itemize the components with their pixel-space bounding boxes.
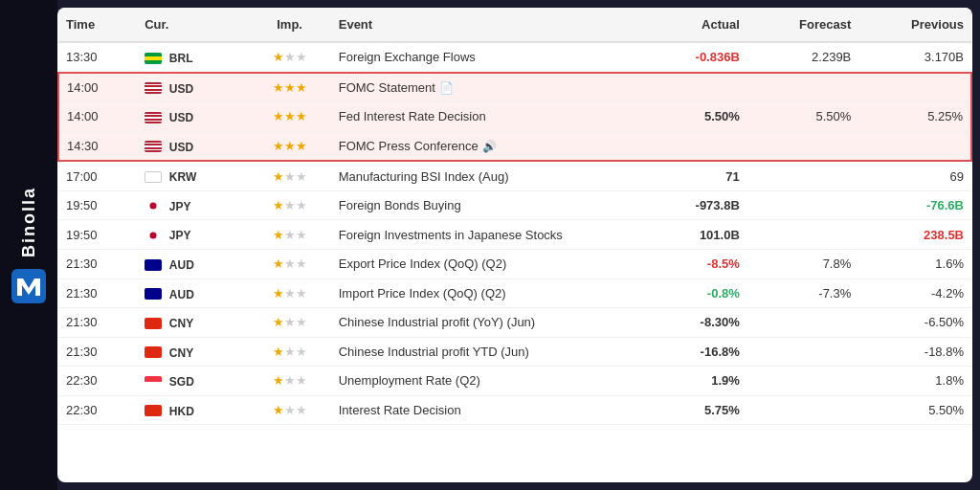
star-empty: ★: [284, 345, 296, 359]
cell-time: 21:30: [58, 308, 137, 338]
cell-actual: [649, 131, 747, 161]
cell-actual: 5.50%: [649, 102, 747, 132]
star-empty: ★: [284, 169, 296, 184]
cell-forecast: [747, 395, 858, 425]
cell-impact: ★★★: [248, 131, 330, 161]
col-header-currency: Cur.: [137, 8, 248, 42]
flag-us: [145, 82, 162, 94]
star-filled: ★: [284, 80, 296, 95]
cell-actual: 1.9%: [649, 367, 747, 396]
cell-forecast: [747, 73, 858, 102]
flag-kr: [145, 171, 162, 183]
star-empty: ★: [296, 169, 307, 184]
cell-previous: -6.50%: [858, 308, 971, 338]
star-filled: ★: [273, 286, 284, 301]
cell-actual: -16.8%: [649, 337, 747, 367]
table-row: 19:50 JPY ★★★ Foreign Investments in Jap…: [58, 220, 971, 250]
flag-cn: [145, 318, 162, 329]
flag-us: [145, 112, 162, 123]
table-row: 22:30 SGD ★★★ Unemployment Rate (Q2) 1.9…: [58, 367, 971, 396]
star-filled: ★: [284, 139, 296, 153]
cell-forecast: 7.8%: [747, 249, 858, 278]
table-row: 22:30 HKD ★★★ Interest Rate Decision 5.7…: [58, 395, 971, 425]
cell-impact: ★★★: [248, 367, 330, 396]
star-empty: ★: [296, 198, 307, 212]
cell-currency: CNY: [137, 308, 248, 338]
cell-previous: 5.50%: [858, 395, 971, 425]
economic-calendar-table: Time Cur. Imp. Event Actual Forecast Pre…: [57, 8, 972, 425]
cell-event: FOMC Statement📄: [331, 73, 649, 102]
star-filled: ★: [273, 139, 284, 153]
table-row: 14:00 USD ★★★ Fed Interest Rate Decision…: [58, 102, 971, 132]
cell-currency: BRL: [137, 42, 248, 73]
cell-impact: ★★★: [248, 220, 330, 250]
cell-event: Unemployment Rate (Q2): [331, 367, 649, 396]
currency-label: AUD: [169, 258, 194, 272]
svg-rect-0: [11, 269, 46, 303]
table-row: 14:00 USD ★★★ FOMC Statement📄: [58, 73, 971, 102]
cell-impact: ★★★: [248, 395, 330, 425]
cell-impact: ★★★: [248, 73, 330, 102]
star-filled: ★: [273, 169, 284, 184]
cell-event: Import Price Index (QoQ) (Q2): [331, 278, 649, 308]
cell-previous: 238.5B: [858, 220, 971, 250]
cell-currency: USD: [137, 131, 248, 161]
flag-jp: [145, 230, 162, 241]
star-empty: ★: [284, 256, 296, 271]
cell-actual: -0.8%: [649, 278, 747, 308]
cell-event: Chinese Industrial profit (YoY) (Jun): [331, 308, 649, 338]
table-row: 13:30 BRL ★★★ Foreign Exchange Flows -0.…: [58, 42, 971, 73]
cell-previous: -76.6B: [858, 190, 971, 220]
star-empty: ★: [296, 373, 307, 388]
cell-forecast: 5.50%: [747, 102, 858, 132]
star-empty: ★: [296, 403, 307, 417]
cell-previous: -18.8%: [858, 337, 971, 367]
flag-us: [145, 141, 162, 152]
table-row: 21:30 AUD ★★★ Export Price Index (QoQ) (…: [58, 249, 971, 278]
star-filled: ★: [296, 109, 307, 123]
table-row: 21:30 CNY ★★★ Chinese Industrial profit …: [58, 337, 971, 367]
cell-actual: -8.5%: [649, 249, 747, 278]
cell-forecast: [747, 220, 858, 250]
cell-impact: ★★★: [248, 278, 330, 308]
cell-time: 22:30: [58, 367, 137, 396]
star-filled: ★: [273, 228, 284, 242]
cell-forecast: 2.239B: [747, 42, 858, 73]
cell-event: Export Price Index (QoQ) (Q2): [331, 249, 649, 278]
star-empty: ★: [284, 403, 296, 417]
star-empty: ★: [284, 50, 296, 64]
star-filled: ★: [273, 256, 284, 271]
cell-currency: USD: [137, 73, 248, 102]
flag-au: [145, 288, 162, 300]
col-header-event: Event: [331, 8, 649, 42]
flag-hk: [145, 405, 162, 416]
cell-previous: 5.25%: [858, 102, 971, 132]
currency-label: JPY: [169, 199, 191, 212]
currency-label: HKD: [169, 404, 194, 417]
cell-time: 14:30: [58, 131, 137, 161]
cell-time: 19:50: [58, 220, 137, 250]
col-header-previous: Previous: [858, 8, 971, 42]
cell-impact: ★★★: [248, 308, 330, 338]
cell-previous: 69: [858, 161, 971, 190]
cell-event: Manufacturing BSI Index (Aug): [331, 161, 649, 190]
cell-currency: JPY: [137, 220, 248, 250]
table-row: 21:30 CNY ★★★ Chinese Industrial profit …: [58, 308, 971, 338]
currency-label: USD: [169, 81, 193, 95]
cell-forecast: -7.3%: [747, 278, 858, 308]
col-header-actual: Actual: [649, 8, 747, 42]
cell-event: Fed Interest Rate Decision: [331, 102, 649, 132]
star-filled: ★: [273, 403, 284, 417]
col-header-time: Time: [58, 8, 137, 42]
currency-label: CNY: [169, 317, 193, 330]
star-empty: ★: [296, 286, 307, 301]
star-filled: ★: [273, 50, 284, 64]
star-filled: ★: [273, 80, 284, 95]
star-empty: ★: [296, 315, 307, 329]
cell-event: Foreign Exchange Flows: [331, 42, 649, 73]
cell-time: 21:30: [58, 337, 137, 367]
currency-label: AUD: [169, 287, 194, 301]
star-filled: ★: [273, 315, 284, 329]
cell-actual: -0.836B: [649, 42, 747, 73]
cell-forecast: [747, 190, 858, 220]
